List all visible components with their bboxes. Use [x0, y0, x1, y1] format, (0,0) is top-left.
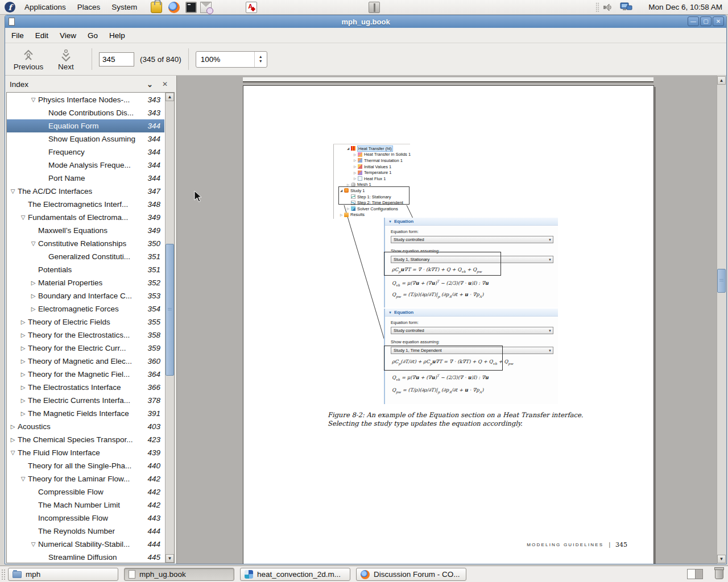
index-tree-item[interactable]: ▷ The Electrostatics Interface 366 [7, 381, 164, 394]
expander-icon[interactable]: ▽ [18, 214, 28, 221]
minimize-button[interactable]: — [688, 16, 699, 26]
index-tree-item[interactable]: ▷ Theory for the Electrostatics... 358 [7, 329, 164, 342]
expander-icon[interactable]: ▷ [18, 332, 28, 338]
index-tree-item[interactable]: ▷ Theory for the Electric Curr... 359 [7, 342, 164, 355]
scroll-down-button[interactable]: ▼ [166, 554, 174, 563]
index-tree-item[interactable]: ▷ Boundary and Interface C... 353 [7, 289, 164, 302]
index-tree-item[interactable]: ▷ Theory for the Magnetic Fiel... 364 [7, 368, 164, 381]
index-tree-item[interactable]: The Mach Number Limit 442 [7, 498, 164, 512]
zoom-combobox[interactable]: 100% ▲▼ [196, 51, 267, 68]
index-tree-item[interactable]: Streamline Diffusion 445 [7, 551, 164, 563]
index-tree-item[interactable]: ▷ Theory of Magnetic and Elec... 360 [7, 355, 164, 368]
scroll-down-button[interactable]: ▼ [717, 555, 726, 563]
task-button-mph-ug-book[interactable]: mph_ug.book [124, 568, 234, 581]
index-tree-item[interactable]: ▷ Material Properties 352 [7, 276, 164, 289]
index-tree-item[interactable]: ▷ The Magnetic Fields Interface 391 [7, 407, 164, 420]
expander-icon[interactable]: ▷ [18, 384, 28, 390]
maximize-button[interactable]: ▢ [700, 16, 712, 26]
document-view[interactable]: ◢ Heat Transfer (ht) ▷ Heat Transfer in … [176, 76, 726, 564]
sidebar-scrollbar[interactable]: ▲ ▼ [165, 93, 174, 563]
index-tree-item[interactable]: ▽ Numerical Stability-Stabil... 444 [7, 538, 164, 551]
mail-notification-icon[interactable] [200, 2, 212, 13]
index-tree-item[interactable]: Frequency 344 [7, 146, 164, 159]
scroll-up-button[interactable]: ▲ [166, 93, 174, 101]
index-tree-item[interactable]: Generalized Constituti... 351 [7, 250, 164, 263]
index-tree-item[interactable]: Show Equation Assuming 344 [7, 132, 164, 146]
menubar-item[interactable]: View [55, 29, 81, 42]
hardware-tool-icon[interactable] [369, 2, 380, 13]
zoom-spin-arrows[interactable]: ▲▼ [254, 52, 267, 67]
expander-icon[interactable]: ▷ [28, 280, 38, 286]
terminal-launcher-icon[interactable] [185, 2, 197, 13]
index-tree-item[interactable]: Incompressible Flow 443 [7, 512, 164, 525]
window-titlebar[interactable]: mph_ug.book — ▢ ✕ [5, 15, 726, 28]
index-tree-item[interactable]: ▷ Acoustics 403 [7, 420, 164, 433]
panel-grip-handle[interactable] [595, 2, 599, 13]
task-button-heat-convection[interactable]: heat_convection_2d.m... [240, 568, 350, 581]
sidebar-close-icon[interactable]: ✕ [162, 80, 168, 88]
menu-places[interactable]: Places [73, 1, 105, 13]
index-tree-item[interactable]: Compressible Flow 442 [7, 485, 164, 498]
display-settings-icon[interactable] [620, 2, 632, 12]
expander-icon[interactable]: ▷ [18, 319, 28, 325]
index-tree-item[interactable]: ▽ Theory for the Laminar Flow... 442 [7, 472, 164, 485]
document-scrollbar[interactable]: ▲ ▼ [717, 76, 726, 564]
clock[interactable]: Mon Dec 6, 10:58 AM [648, 3, 722, 11]
expander-icon[interactable]: ▷ [18, 345, 28, 351]
index-tree-item[interactable]: ▽ The Fluid Flow Interface 439 [7, 446, 164, 459]
index-tree-item[interactable]: ▽ Physics Interface Nodes-... 343 [7, 93, 164, 106]
solitaire-icon[interactable] [246, 2, 257, 13]
workspace-switcher[interactable] [687, 569, 703, 579]
firefox-launcher-icon[interactable] [168, 2, 180, 13]
expander-icon[interactable]: ▽ [8, 450, 18, 456]
task-button-discussion-forum[interactable]: Discussion Forum - CO... [356, 568, 466, 581]
index-tree-item[interactable]: Theory for all the Single-Pha... 440 [7, 459, 164, 472]
index-tree-item[interactable]: Mode Analysis Freque... 344 [7, 159, 164, 172]
index-tree-item[interactable]: Node Contributions Dis... 343 [7, 106, 164, 119]
menu-system[interactable]: System [107, 1, 142, 13]
chevron-down-icon[interactable]: ⌄ [147, 80, 153, 89]
index-tree-item[interactable]: The Electromagnetics Interf... 348 [7, 198, 164, 211]
expander-icon[interactable]: ▽ [8, 188, 18, 194]
previous-page-button[interactable]: Previous [10, 45, 47, 73]
expander-icon[interactable]: ▷ [28, 306, 38, 312]
menubar-item[interactable]: Go [82, 29, 103, 42]
close-button[interactable]: ✕ [713, 16, 724, 26]
menubar-item[interactable]: Edit [30, 29, 53, 42]
index-tree-item[interactable]: Equation Form 344 [7, 119, 164, 132]
expander-icon[interactable]: ▽ [18, 476, 28, 482]
expander-icon[interactable]: ▷ [28, 293, 38, 299]
trash-icon[interactable] [715, 568, 723, 579]
index-tree-item[interactable]: ▷ The Chemical Species Transpor... 423 [7, 433, 164, 446]
task-button-mph[interactable]: mph [8, 568, 118, 581]
index-tree-item[interactable]: ▷ Theory of Electric Fields 355 [7, 315, 164, 329]
expander-icon[interactable]: ▷ [18, 358, 28, 364]
scrollbar-thumb[interactable] [717, 269, 726, 293]
expander-icon[interactable]: ▷ [18, 410, 28, 417]
expander-icon[interactable]: ▷ [8, 423, 18, 430]
expander-icon[interactable]: ▷ [18, 371, 28, 377]
scroll-up-button[interactable]: ▲ [717, 76, 726, 85]
index-tree-item[interactable]: ▷ Electromagnetic Forces 354 [7, 302, 164, 315]
index-tree-item[interactable]: ▽ The AC/DC Interfaces 347 [7, 185, 164, 198]
index-tree-item[interactable]: Port Name 344 [7, 172, 164, 185]
menubar-item[interactable]: Help [104, 29, 130, 42]
sidebar-view-selector[interactable]: Index [7, 80, 28, 89]
volume-icon[interactable] [603, 3, 613, 12]
taskbar-grip-handle[interactable] [1, 569, 6, 580]
keyring-launcher-icon[interactable] [151, 2, 162, 13]
expander-icon[interactable]: ▷ [8, 436, 18, 443]
page-number-input[interactable] [99, 52, 134, 66]
index-tree-item[interactable]: Maxwell’s Equations 349 [7, 224, 164, 237]
expander-icon[interactable]: ▽ [28, 240, 38, 247]
fedora-logo-icon[interactable]: f [5, 2, 15, 13]
index-tree-item[interactable]: The Reynolds Number 444 [7, 525, 164, 538]
index-tree-item[interactable]: ▷ The Electric Currents Interfa... 378 [7, 394, 164, 407]
expander-icon[interactable]: ▽ [28, 541, 38, 547]
menubar-item[interactable]: File [6, 29, 29, 42]
index-tree-item[interactable]: ▽ Fundamentals of Electroma... 349 [7, 211, 164, 224]
scrollbar-thumb[interactable] [166, 244, 174, 376]
expander-icon[interactable]: ▷ [18, 397, 28, 404]
expander-icon[interactable]: ▽ [28, 97, 38, 103]
index-tree-item[interactable]: ▽ Constitutive Relationships 350 [7, 237, 164, 250]
